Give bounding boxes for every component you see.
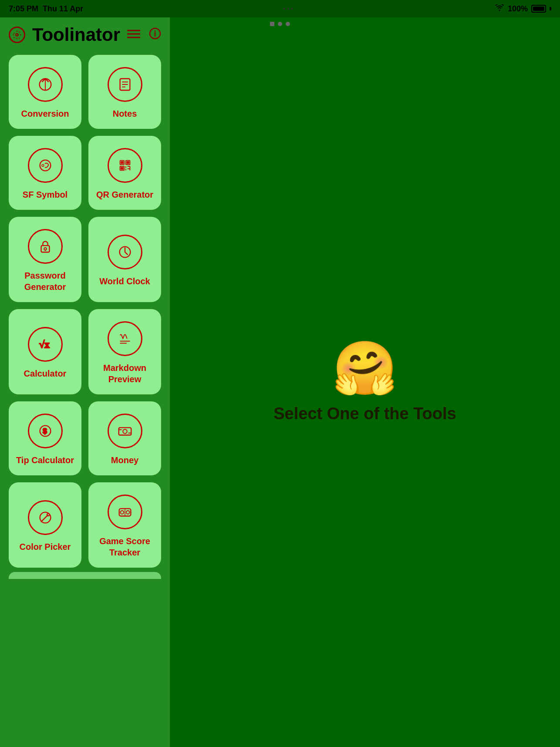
sf-symbol-label: SF Symbol bbox=[23, 189, 67, 200]
tip-calculator-icon-circle: $ bbox=[28, 414, 63, 448]
conversion-icon-circle bbox=[28, 67, 63, 102]
svg-rect-35 bbox=[118, 427, 131, 435]
svg-point-36 bbox=[123, 429, 127, 434]
center-emoji: 🤗 bbox=[332, 342, 398, 394]
battery-icon bbox=[531, 5, 546, 13]
money-label: Money bbox=[111, 454, 138, 466]
password-generator-icon-circle bbox=[28, 229, 63, 264]
qr-generator-icon-circle bbox=[108, 148, 142, 183]
sidebar: Toolinator bbox=[0, 17, 170, 747]
password-generator-label: Password Generator bbox=[16, 270, 74, 293]
qr-generator-label: QR Generator bbox=[96, 189, 153, 200]
battery-tip bbox=[550, 7, 551, 10]
tool-item-money[interactable]: Money bbox=[88, 401, 161, 475]
notes-icon-circle bbox=[108, 67, 142, 102]
status-bar: 7:05 PM Thu 11 Apr ••• 100% bbox=[0, 0, 560, 17]
svg-rect-26 bbox=[41, 246, 49, 252]
tool-item-conversion[interactable]: Conversion bbox=[9, 55, 81, 129]
settings-icon[interactable] bbox=[9, 27, 25, 43]
calculator-icon-circle: √x bbox=[28, 327, 63, 362]
scroll-indicator bbox=[9, 572, 161, 579]
tool-item-notes[interactable]: Notes bbox=[88, 55, 161, 129]
tip-calculator-label: Tip Calculator bbox=[16, 454, 74, 466]
battery-percent: 100% bbox=[508, 4, 528, 13]
tool-item-game-score-tracker[interactable]: Game Score Tracker bbox=[88, 482, 161, 568]
color-picker-icon-circle bbox=[28, 500, 63, 535]
color-picker-label: Color Picker bbox=[20, 541, 71, 552]
status-time: 7:05 PM bbox=[9, 4, 38, 13]
sf-symbol-icon-circle bbox=[28, 148, 63, 183]
game-score-tracker-label: Game Score Tracker bbox=[95, 535, 154, 558]
sidebar-header-icons bbox=[127, 27, 161, 43]
svg-rect-20 bbox=[121, 168, 123, 169]
svg-point-0 bbox=[16, 34, 18, 36]
wifi-icon bbox=[495, 4, 504, 13]
world-clock-icon-circle bbox=[108, 235, 142, 269]
tool-item-tip-calculator[interactable]: $ Tip Calculator bbox=[9, 401, 81, 475]
tool-item-qr-generator[interactable]: QR Generator bbox=[88, 136, 161, 210]
tool-item-world-clock[interactable]: World Clock bbox=[88, 217, 161, 302]
conversion-label: Conversion bbox=[21, 108, 69, 119]
app-title: Toolinator bbox=[32, 24, 120, 45]
calculator-label: Calculator bbox=[24, 368, 67, 379]
tool-item-sf-symbol[interactable]: SF Symbol bbox=[9, 136, 81, 210]
svg-text:√x: √x bbox=[39, 339, 50, 350]
money-icon-circle bbox=[108, 414, 142, 448]
sidebar-header: Toolinator bbox=[0, 17, 170, 50]
select-tool-text: Select One of the Tools bbox=[273, 404, 456, 423]
markdown-preview-icon-circle bbox=[108, 321, 142, 356]
svg-text:$: $ bbox=[43, 427, 47, 435]
svg-point-14 bbox=[41, 165, 44, 167]
info-icon[interactable] bbox=[149, 27, 161, 43]
svg-point-46 bbox=[126, 511, 129, 514]
main-content: 🤗 Select One of the Tools bbox=[170, 17, 560, 747]
svg-point-41 bbox=[47, 514, 49, 516]
tool-item-password-generator[interactable]: Password Generator bbox=[9, 217, 81, 302]
svg-point-6 bbox=[155, 30, 156, 32]
game-score-tracker-icon-circle bbox=[108, 495, 142, 529]
tool-item-markdown-preview[interactable]: Markdown Preview bbox=[88, 309, 161, 394]
status-date: Thu 11 Apr bbox=[43, 4, 83, 13]
tool-item-color-picker[interactable]: Color Picker bbox=[9, 482, 81, 568]
three-dots-icon: ••• bbox=[283, 5, 295, 12]
svg-rect-18 bbox=[121, 162, 123, 163]
tool-grid: Conversion Notes bbox=[0, 50, 170, 572]
top-dots bbox=[270, 22, 290, 26]
markdown-preview-label: Markdown Preview bbox=[95, 362, 154, 385]
tool-item-calculator[interactable]: √x Calculator bbox=[9, 309, 81, 394]
svg-point-45 bbox=[120, 511, 124, 514]
svg-line-40 bbox=[42, 515, 47, 521]
notes-label: Notes bbox=[113, 108, 137, 119]
svg-rect-19 bbox=[127, 162, 128, 163]
world-clock-label: World Clock bbox=[99, 276, 150, 287]
menu-icon[interactable] bbox=[127, 28, 140, 42]
